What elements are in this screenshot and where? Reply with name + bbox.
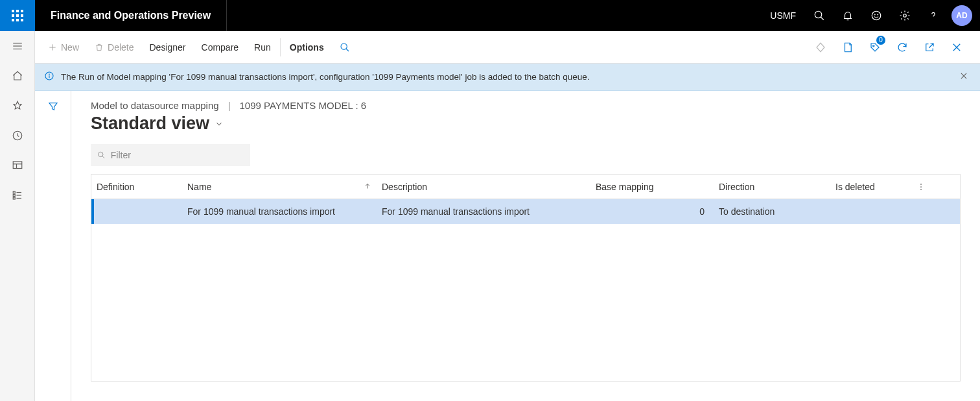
svg-point-43	[920, 186, 922, 188]
diamond-icon	[815, 42, 826, 53]
office-button[interactable]	[835, 32, 861, 63]
page-title[interactable]: Standard view	[91, 114, 961, 134]
app-launcher-button[interactable]	[0, 0, 35, 31]
new-label: New	[61, 42, 79, 53]
nav-workspaces[interactable]	[0, 151, 35, 180]
svg-point-14	[904, 14, 907, 18]
feedback-button[interactable]	[862, 0, 891, 31]
col-direction[interactable]: Direction	[714, 182, 830, 192]
col-is-deleted[interactable]: Is deleted	[830, 182, 908, 192]
book-icon	[842, 42, 854, 53]
breadcrumb-part1: Model to datasource mapping	[91, 100, 219, 111]
svg-point-11	[872, 11, 881, 20]
user-avatar[interactable]: AD	[951, 5, 972, 26]
gear-icon	[899, 10, 911, 21]
table-row[interactable]: For 1099 manual transactions import For …	[91, 199, 960, 224]
help-button[interactable]	[919, 0, 948, 31]
page-content: Model to datasource mapping | 1099 PAYME…	[71, 91, 980, 401]
attachments-button[interactable]	[808, 32, 834, 63]
svg-rect-24	[13, 197, 15, 199]
action-search-button[interactable]	[332, 31, 358, 63]
nav-home[interactable]	[0, 61, 35, 91]
notification-close-button[interactable]	[957, 69, 971, 85]
close-page-button[interactable]	[944, 32, 970, 63]
clock-icon	[12, 130, 23, 141]
svg-rect-19	[13, 162, 22, 169]
run-button[interactable]: Run	[246, 31, 279, 63]
messages-badge: 0	[876, 36, 885, 45]
plus-icon	[48, 43, 57, 52]
svg-point-44	[920, 189, 922, 190]
new-button[interactable]: New	[40, 31, 87, 63]
svg-line-10	[821, 17, 824, 20]
nav-favorites[interactable]	[0, 91, 35, 121]
refresh-icon	[896, 42, 908, 53]
svg-point-30	[341, 43, 347, 49]
filter-rail	[35, 91, 71, 401]
close-icon	[951, 42, 962, 53]
designer-button[interactable]: Designer	[141, 31, 193, 63]
cell-name: For 1099 manual transactions import	[182, 206, 377, 217]
notification-bar: The Run of Model mapping 'For 1099 manua…	[35, 64, 980, 91]
col-name[interactable]: Name	[182, 182, 377, 192]
modules-icon	[12, 189, 23, 201]
delete-label: Delete	[108, 42, 134, 53]
col-definition[interactable]: Definition	[91, 182, 182, 192]
nav-collapse-button[interactable]	[0, 31, 35, 61]
svg-rect-2	[21, 10, 23, 12]
filter-pane-button[interactable]	[41, 95, 65, 118]
svg-point-9	[815, 11, 822, 18]
svg-point-13	[878, 14, 878, 15]
notifications-button[interactable]	[834, 0, 862, 31]
nav-recent[interactable]	[0, 121, 35, 151]
page-title-text: Standard view	[91, 114, 209, 134]
svg-rect-4	[16, 14, 19, 17]
cell-direction: To destination	[714, 206, 830, 217]
info-icon	[44, 71, 54, 83]
grid-more-button[interactable]	[908, 182, 934, 191]
grid-filter-input-wrap[interactable]	[91, 144, 250, 166]
nav-modules[interactable]	[0, 180, 35, 210]
bell-icon	[842, 10, 854, 21]
svg-rect-5	[21, 14, 23, 17]
svg-rect-22	[13, 191, 15, 193]
svg-rect-23	[13, 195, 15, 197]
refresh-button[interactable]	[889, 32, 915, 63]
col-base-mapping[interactable]: Base mapping	[590, 182, 714, 192]
top-header: Finance and Operations Preview USMF AD	[0, 0, 980, 31]
compare-button[interactable]: Compare	[194, 31, 247, 63]
popout-button[interactable]	[916, 32, 942, 63]
svg-rect-8	[21, 19, 23, 21]
grid-filter-input[interactable]	[111, 150, 244, 160]
col-description[interactable]: Description	[377, 182, 590, 192]
svg-rect-3	[12, 14, 14, 17]
options-button[interactable]: Options	[282, 31, 332, 63]
svg-point-40	[99, 152, 103, 156]
header-right: USMF AD	[761, 0, 980, 31]
notification-text: The Run of Model mapping 'For 1099 manua…	[61, 72, 957, 82]
cell-base-mapping: 0	[590, 206, 714, 217]
breadcrumb: Model to datasource mapping | 1099 PAYME…	[91, 100, 961, 111]
svg-rect-0	[12, 10, 14, 12]
popout-icon	[924, 42, 935, 53]
row-selected-marker	[91, 199, 94, 224]
grid-header: Definition Name Description Base mapping…	[91, 175, 960, 199]
app-title: Finance and Operations Preview	[35, 0, 227, 31]
close-icon	[959, 71, 968, 80]
svg-line-41	[102, 156, 104, 158]
company-label[interactable]: USMF	[761, 10, 805, 21]
help-icon	[928, 10, 939, 21]
svg-rect-6	[12, 19, 14, 21]
svg-point-42	[920, 184, 922, 185]
delete-button[interactable]: Delete	[87, 31, 141, 63]
search-button[interactable]	[805, 0, 834, 31]
messages-button[interactable]: 0	[862, 32, 888, 63]
waffle-icon	[12, 10, 23, 21]
settings-button[interactable]	[891, 0, 919, 31]
search-icon	[97, 151, 106, 160]
trash-icon	[95, 43, 104, 52]
data-grid: Definition Name Description Base mapping…	[91, 174, 961, 382]
star-icon	[12, 100, 23, 112]
svg-point-37	[49, 74, 50, 75]
hamburger-icon	[12, 40, 23, 52]
